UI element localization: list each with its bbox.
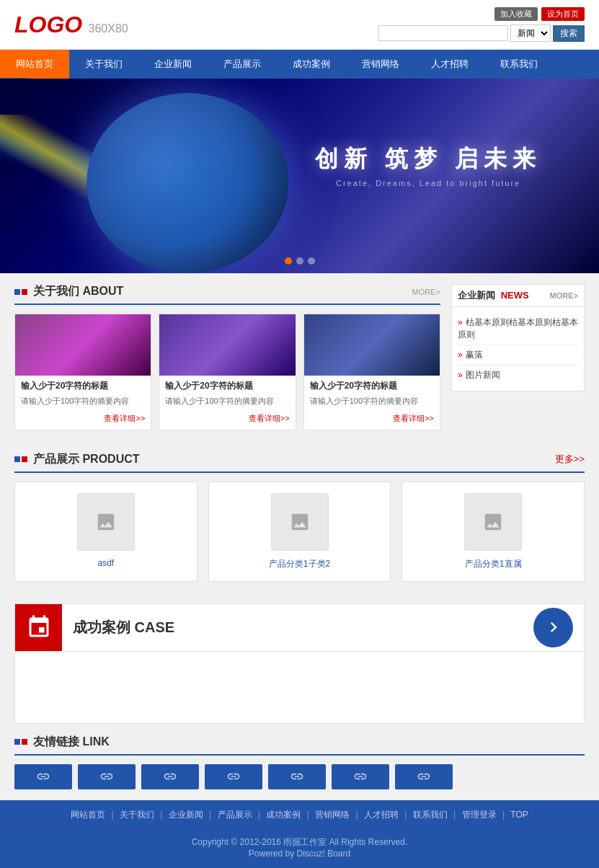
nav-item-home[interactable]: 网站首页 <box>0 50 69 79</box>
nav-item-case[interactable]: 成功案例 <box>277 50 346 79</box>
news-panel: 企业新闻 NEWS MORE> 枯基本原则枯基本原则枯基本原则 赢落 图片新闻 <box>451 284 585 430</box>
banner-subtitle: Create, Dreams, Lead to bright future <box>315 179 541 187</box>
product-card-1: asdf <box>14 482 198 582</box>
friend-link-7[interactable] <box>395 764 453 789</box>
add-favorite-link[interactable]: 加入收藏 <box>494 7 538 21</box>
copyright-text: Copyright © 2012-2016 雨掘工作室 All Rights R… <box>14 836 585 849</box>
about-card-2: 输入少于20字符的标题 请输入少于100字符的摘要内容 查看详细>> <box>159 314 296 430</box>
friend-link-2[interactable] <box>78 764 136 789</box>
friends-header: 友情链接 LINK <box>14 735 585 756</box>
card-link-1[interactable]: 查看详细>> <box>15 410 151 430</box>
news-item-3[interactable]: 图片新闻 <box>458 366 578 385</box>
product-name-2[interactable]: 产品分类1子类2 <box>220 558 380 570</box>
footer-link-news[interactable]: 企业新闻 <box>169 810 203 820</box>
icon-sq-red <box>22 456 27 462</box>
news-en: NEWS <box>501 290 529 301</box>
news-item-2[interactable]: 赢落 <box>458 345 578 366</box>
friends-title-text: 友情链接 LINK <box>33 735 110 750</box>
logo: LOGO 360X80 <box>14 12 128 38</box>
friend-link-5[interactable] <box>268 764 326 789</box>
header-right: 加入收藏 设为首页 新闻 产品 搜索 <box>378 7 585 42</box>
footer-link-about[interactable]: 关于我们 <box>120 810 154 820</box>
product-section: 产品展示 PRODUCT 更多>> asdf 产品分类1子类2 <box>0 441 599 582</box>
footer-link-marketing[interactable]: 营销网络 <box>315 810 350 820</box>
footer-link-product[interactable]: 产品展示 <box>218 810 252 820</box>
nav-item-marketing[interactable]: 营销网络 <box>346 50 415 79</box>
product-img-2 <box>271 493 329 551</box>
icon-square-blue <box>14 289 20 295</box>
footer-link-contact[interactable]: 联系我们 <box>413 810 448 820</box>
about-left: 关于我们 ABOUT MORE> 输入少于20字符的标题 请输入少于100字符的… <box>14 284 440 430</box>
friend-link-1[interactable] <box>14 764 72 789</box>
search-type-select[interactable]: 新闻 产品 <box>510 25 551 42</box>
card-title-2: 输入少于20字符的标题 <box>159 376 295 395</box>
product-icon <box>14 456 27 462</box>
nav-item-recruit[interactable]: 人才招聘 <box>415 50 484 79</box>
card-title-1: 输入少于20字符的标题 <box>15 376 151 395</box>
powered-text: Powered by Discuz! Board <box>14 849 585 859</box>
card-link-2[interactable]: 查看详细>> <box>159 410 295 430</box>
card-placeholder-2 <box>159 314 295 376</box>
news-item-1[interactable]: 枯基本原则枯基本原则枯基本原则 <box>458 313 578 345</box>
nav-item-contact[interactable]: 联系我们 <box>484 50 554 79</box>
product-more[interactable]: 更多>> <box>555 453 585 466</box>
friends-title: 友情链接 LINK <box>14 735 110 750</box>
banner-dots <box>285 257 315 265</box>
card-desc-1: 请输入少于100字符的摘要内容 <box>15 395 151 410</box>
product-name-1[interactable]: asdf <box>26 558 186 568</box>
news-label: 企业新闻 <box>458 290 495 301</box>
product-name-3[interactable]: 产品分类1直属 <box>413 558 573 570</box>
footer-copyright: Copyright © 2012-2016 雨掘工作室 All Rights R… <box>0 830 599 869</box>
about-more[interactable]: MORE> <box>412 288 440 296</box>
friend-link-6[interactable] <box>332 764 389 789</box>
header: LOGO 360X80 加入收藏 设为首页 新闻 产品 搜索 <box>0 0 599 50</box>
product-title-text: 产品展示 PRODUCT <box>33 452 140 467</box>
banner-dot-2[interactable] <box>296 257 303 265</box>
nav-item-about[interactable]: 关于我们 <box>69 50 138 79</box>
icon-sq-blue <box>14 456 20 462</box>
header-links: 加入收藏 设为首页 <box>494 7 585 21</box>
product-header: 产品展示 PRODUCT 更多>> <box>14 452 585 473</box>
case-pin-icon <box>15 604 62 651</box>
case-header-bar: 成功案例 CASE <box>14 603 585 652</box>
card-img-3 <box>304 314 440 376</box>
banner-dot-3[interactable] <box>308 257 315 265</box>
card-img-2 <box>159 314 295 376</box>
product-img-3 <box>464 493 522 551</box>
footer-link-case[interactable]: 成功案例 <box>266 810 301 820</box>
search-button[interactable]: 搜索 <box>553 25 585 42</box>
footer-nav: 网站首页 | 关于我们 | 企业新闻 | 产品展示 | 成功案例 | 营销网络 … <box>0 800 599 830</box>
news-right-panel: 企业新闻 NEWS MORE> 枯基本原则枯基本原则枯基本原则 赢落 图片新闻 <box>451 284 585 391</box>
news-more[interactable]: MORE> <box>550 291 578 300</box>
friends-icon <box>14 739 27 745</box>
nav-item-product[interactable]: 产品展示 <box>208 50 277 79</box>
card-desc-2: 请输入少于100字符的摘要内容 <box>159 395 295 410</box>
card-link-3[interactable]: 查看详细>> <box>304 410 440 430</box>
logo-size: 360X80 <box>89 22 128 35</box>
card-desc-3: 请输入少于100字符的摘要内容 <box>304 395 440 410</box>
nav-item-news[interactable]: 企业新闻 <box>138 50 208 79</box>
product-img-1 <box>77 493 135 551</box>
case-title: 成功案例 CASE <box>62 618 533 637</box>
banner-dot-1[interactable] <box>285 257 292 265</box>
case-content <box>14 652 585 724</box>
set-home-link[interactable]: 设为首页 <box>541 7 585 21</box>
about-title-text: 关于我们 ABOUT <box>33 284 123 299</box>
card-placeholder-3 <box>304 314 440 376</box>
case-arrow-button[interactable] <box>533 608 573 647</box>
about-cards: 输入少于20字符的标题 请输入少于100字符的摘要内容 查看详细>> 输入少于2… <box>14 314 440 430</box>
footer-link-top[interactable]: TOP <box>510 810 528 820</box>
footer-link-home[interactable]: 网站首页 <box>71 810 105 820</box>
product-card-3: 产品分类1直属 <box>401 482 585 582</box>
footer-link-recruit[interactable]: 人才招聘 <box>364 810 399 820</box>
search-input[interactable] <box>378 25 508 41</box>
friend-link-4[interactable] <box>205 764 262 789</box>
about-card-1: 输入少于20字符的标题 请输入少于100字符的摘要内容 查看详细>> <box>14 314 151 430</box>
friends-section: 友情链接 LINK <box>0 724 599 789</box>
footer-link-admin[interactable]: 管理登录 <box>462 810 497 820</box>
news-list: 枯基本原则枯基本原则枯基本原则 赢落 图片新闻 <box>452 307 584 391</box>
card-img-1 <box>15 314 151 376</box>
friend-link-3[interactable] <box>141 764 199 789</box>
icon-sq-r <box>22 739 27 745</box>
about-header: 关于我们 ABOUT MORE> <box>14 284 440 305</box>
